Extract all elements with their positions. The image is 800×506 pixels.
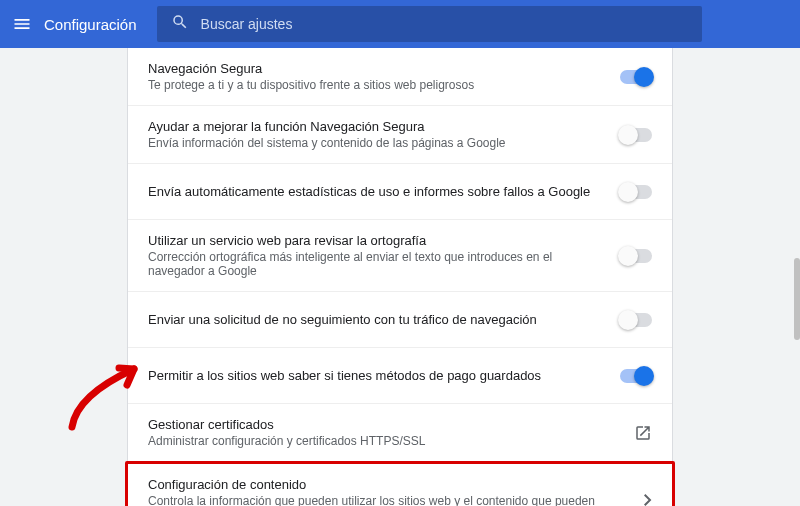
settings-row-3: Utilizar un servicio web para revisar la… — [128, 219, 672, 291]
page-title: Configuración — [44, 16, 137, 33]
row-title: Envía automáticamente estadísticas de us… — [148, 184, 608, 199]
row-title: Configuración de contenido — [148, 477, 632, 492]
settings-content: Navegación SeguraTe protege a ti y a tu … — [127, 48, 673, 506]
settings-row-7[interactable]: Configuración de contenidoControla la in… — [125, 461, 675, 506]
toggle-switch[interactable] — [620, 369, 652, 383]
row-text: Envía automáticamente estadísticas de us… — [148, 184, 608, 199]
row-desc: Controla la información que pueden utili… — [148, 494, 632, 506]
row-title: Navegación Segura — [148, 61, 608, 76]
row-control — [620, 70, 652, 84]
header-bar: Configuración — [0, 0, 800, 48]
row-text: Permitir a los sitios web saber si tiene… — [148, 368, 608, 383]
row-control — [644, 494, 652, 506]
row-control — [620, 369, 652, 383]
row-title: Enviar una solicitud de no seguimiento c… — [148, 312, 608, 327]
row-text: Ayudar a mejorar la función Navegación S… — [148, 119, 608, 150]
row-text: Configuración de contenidoControla la in… — [148, 477, 632, 506]
toggle-switch[interactable] — [620, 249, 652, 263]
row-text: Enviar una solicitud de no seguimiento c… — [148, 312, 608, 327]
row-desc: Corrección ortográfica más inteligente a… — [148, 250, 608, 278]
row-desc: Envía información del sistema y contenid… — [148, 136, 608, 150]
row-desc: Administrar configuración y certificados… — [148, 434, 622, 448]
row-control — [620, 249, 652, 263]
row-text: Navegación SeguraTe protege a ti y a tu … — [148, 61, 608, 92]
search-input[interactable] — [201, 16, 688, 32]
settings-row-1: Ayudar a mejorar la función Navegación S… — [128, 105, 672, 163]
toggle-switch[interactable] — [620, 70, 652, 84]
row-control — [620, 185, 652, 199]
settings-row-5: Permitir a los sitios web saber si tiene… — [128, 347, 672, 403]
row-control — [620, 128, 652, 142]
row-title: Ayudar a mejorar la función Navegación S… — [148, 119, 608, 134]
row-title: Permitir a los sitios web saber si tiene… — [148, 368, 608, 383]
external-link-icon — [634, 424, 652, 442]
row-control — [620, 313, 652, 327]
menu-icon[interactable] — [12, 14, 32, 34]
settings-row-2: Envía automáticamente estadísticas de us… — [128, 163, 672, 219]
row-desc: Te protege a ti y a tu dispositivo frent… — [148, 78, 608, 92]
settings-row-0: Navegación SeguraTe protege a ti y a tu … — [128, 48, 672, 105]
scrollbar-thumb[interactable] — [794, 258, 800, 340]
row-text: Utilizar un servicio web para revisar la… — [148, 233, 608, 278]
row-control — [634, 424, 652, 442]
settings-card: Navegación SeguraTe protege a ti y a tu … — [127, 48, 673, 506]
search-bar[interactable] — [157, 6, 702, 42]
settings-row-4: Enviar una solicitud de no seguimiento c… — [128, 291, 672, 347]
toggle-switch[interactable] — [620, 128, 652, 142]
toggle-switch[interactable] — [620, 313, 652, 327]
settings-row-6[interactable]: Gestionar certificadosAdministrar config… — [128, 403, 672, 461]
toggle-switch[interactable] — [620, 185, 652, 199]
search-icon — [171, 13, 189, 35]
row-text: Gestionar certificadosAdministrar config… — [148, 417, 622, 448]
chevron-right-icon — [644, 494, 652, 506]
row-title: Utilizar un servicio web para revisar la… — [148, 233, 608, 248]
row-title: Gestionar certificados — [148, 417, 622, 432]
